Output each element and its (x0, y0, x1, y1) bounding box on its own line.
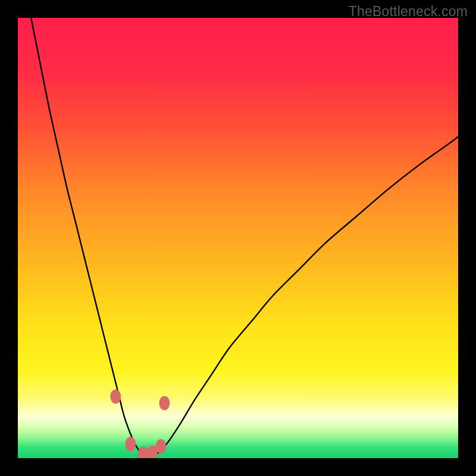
watermark-text: TheBottleneck.com (349, 4, 468, 20)
curve-marker (159, 396, 170, 411)
plot-area (18, 18, 458, 458)
curve-marker (156, 439, 167, 453)
curve-markers (110, 389, 170, 458)
bottleneck-curve (18, 18, 458, 458)
curve-line (31, 18, 458, 456)
chart-frame: TheBottleneck.com (0, 0, 476, 476)
curve-marker (110, 389, 121, 403)
curve-marker (125, 437, 136, 451)
